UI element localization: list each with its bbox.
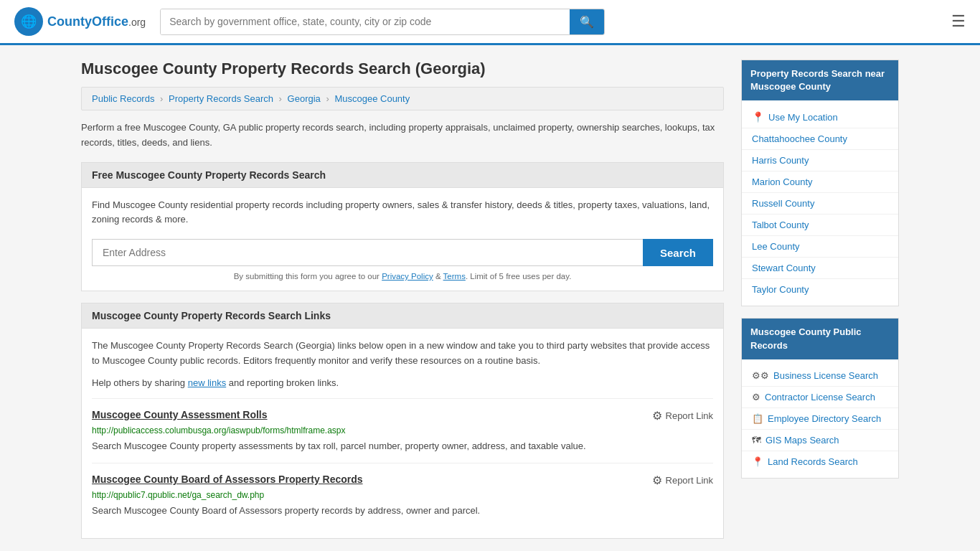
global-search-bar: 🔍 [160, 9, 605, 35]
address-form: Search [92, 239, 713, 266]
link-title-assessment-rolls[interactable]: Muscogee County Assessment Rolls [92, 409, 268, 420]
use-my-location-link[interactable]: Use My Location [768, 112, 838, 123]
contractor-license-search-link[interactable]: Contractor License Search [765, 392, 875, 402]
sidebar-land-records-search[interactable]: 📍 Land Records Search [742, 451, 898, 472]
breadcrumb-property-records-search[interactable]: Property Records Search [169, 93, 273, 104]
free-search-body: Find Muscogee County residential propert… [82, 188, 723, 291]
directory-icon: 📋 [752, 413, 763, 424]
link-desc-0: Search Muscogee County property assessme… [92, 439, 713, 453]
nearby-counties-section: Property Records Search near Muscogee Co… [741, 60, 899, 306]
public-records-body: ⚙⚙ Business License Search ⚙ Contractor … [742, 359, 898, 478]
links-section-body: The Muscogee County Property Records Sea… [82, 329, 723, 537]
gear-icon: ⚙⚙ [752, 370, 769, 381]
link-url-1: http://qpublic7.qpublic.net/ga_search_dw… [92, 490, 713, 500]
logo-icon: 🌐 [14, 7, 43, 36]
address-input[interactable] [92, 239, 643, 266]
county-link-harris[interactable]: Harris County [752, 155, 809, 166]
sidebar: Property Records Search near Muscogee Co… [741, 60, 899, 550]
breadcrumb-muscogee-county[interactable]: Muscogee County [334, 93, 410, 104]
main-container: Muscogee County Property Records Search … [67, 45, 913, 551]
report-link-button-0[interactable]: ⚙ Report Link [652, 409, 713, 423]
free-search-description: Find Muscogee County residential propert… [92, 198, 713, 228]
employee-directory-search-link[interactable]: Employee Directory Search [768, 413, 881, 424]
business-license-search-link[interactable]: Business License Search [773, 370, 878, 381]
sidebar-county-talbot[interactable]: Talbot County [742, 215, 898, 236]
hamburger-menu-button[interactable]: ☰ [951, 12, 966, 31]
global-search-input[interactable] [161, 9, 570, 34]
sidebar-gis-maps-search[interactable]: 🗺 GIS Maps Search [742, 430, 898, 451]
sidebar-county-stewart[interactable]: Stewart County [742, 258, 898, 279]
terms-link[interactable]: Terms [443, 272, 466, 281]
report-icon: ⚙ [652, 474, 662, 487]
link-item: Muscogee County Assessment Rolls ⚙ Repor… [92, 398, 713, 463]
link-title-board-of-assessors[interactable]: Muscogee County Board of Assessors Prope… [92, 474, 363, 485]
gis-maps-search-link[interactable]: GIS Maps Search [765, 435, 839, 446]
free-search-section: Free Muscogee County Property Records Se… [81, 162, 724, 292]
new-links-link[interactable]: new links [188, 377, 226, 388]
links-section-heading: Muscogee County Property Records Search … [82, 303, 723, 329]
county-link-russell[interactable]: Russell County [752, 198, 814, 209]
breadcrumb: Public Records › Property Records Search… [81, 87, 724, 110]
links-section: Muscogee County Property Records Search … [81, 303, 724, 538]
sidebar-contractor-license-search[interactable]: ⚙ Contractor License Search [742, 387, 898, 408]
address-search-button[interactable]: Search [643, 239, 713, 266]
report-link-button-1[interactable]: ⚙ Report Link [652, 474, 713, 487]
county-link-stewart[interactable]: Stewart County [752, 263, 816, 273]
free-search-heading: Free Muscogee County Property Records Se… [82, 163, 723, 188]
breadcrumb-georgia[interactable]: Georgia [288, 93, 321, 104]
land-records-search-link[interactable]: Land Records Search [768, 456, 858, 467]
report-icon: ⚙ [652, 409, 662, 423]
sidebar-county-lee[interactable]: Lee County [742, 236, 898, 258]
sidebar-county-harris[interactable]: Harris County [742, 150, 898, 171]
public-records-section: Muscogee County Public Records ⚙⚙ Busine… [741, 318, 899, 478]
sidebar-county-taylor[interactable]: Taylor County [742, 279, 898, 300]
sidebar-county-russell[interactable]: Russell County [742, 193, 898, 215]
logo-text: CountyOffice.org [47, 14, 146, 29]
land-icon: 📍 [752, 456, 763, 467]
global-search-button[interactable]: 🔍 [570, 9, 604, 34]
sidebar-business-license-search[interactable]: ⚙⚙ Business License Search [742, 365, 898, 387]
county-link-chattahoochee[interactable]: Chattahoochee County [752, 133, 847, 144]
sidebar-county-marion[interactable]: Marion County [742, 171, 898, 193]
gear-icon: ⚙ [752, 392, 760, 402]
use-my-location-item[interactable]: 📍 Use My Location [742, 106, 898, 128]
county-link-marion[interactable]: Marion County [752, 176, 813, 187]
links-description: The Muscogee County Property Records Sea… [92, 339, 713, 369]
location-icon: 📍 [752, 111, 764, 123]
nearby-counties-body: 📍 Use My Location Chattahoochee County H… [742, 100, 898, 306]
county-link-talbot[interactable]: Talbot County [752, 220, 809, 230]
page-title: Muscogee County Property Records Search … [81, 60, 724, 78]
county-link-taylor[interactable]: Taylor County [752, 284, 809, 295]
map-icon: 🗺 [752, 435, 761, 446]
content-area: Muscogee County Property Records Search … [81, 60, 724, 550]
header: 🌐 CountyOffice.org 🔍 ☰ [0, 0, 980, 45]
page-description: Perform a free Muscogee County, GA publi… [81, 121, 724, 151]
link-url-0: http://publicaccess.columbusga.org/iaswp… [92, 425, 713, 435]
link-item: Muscogee County Board of Assessors Prope… [92, 463, 713, 528]
privacy-policy-link[interactable]: Privacy Policy [382, 272, 433, 281]
form-disclaimer: By submitting this form you agree to our… [92, 272, 713, 281]
nearby-counties-heading: Property Records Search near Muscogee Co… [742, 60, 898, 100]
sidebar-county-chattahoochee[interactable]: Chattahoochee County [742, 128, 898, 150]
logo-link[interactable]: 🌐 CountyOffice.org [14, 7, 146, 36]
public-records-heading: Muscogee County Public Records [742, 319, 898, 359]
county-link-lee[interactable]: Lee County [752, 241, 800, 252]
sidebar-employee-directory-search[interactable]: 📋 Employee Directory Search [742, 408, 898, 430]
breadcrumb-public-records[interactable]: Public Records [92, 93, 154, 104]
link-desc-1: Search Muscogee County Board of Assessor… [92, 504, 713, 518]
links-help-text: Help others by sharing new links and rep… [92, 376, 713, 391]
